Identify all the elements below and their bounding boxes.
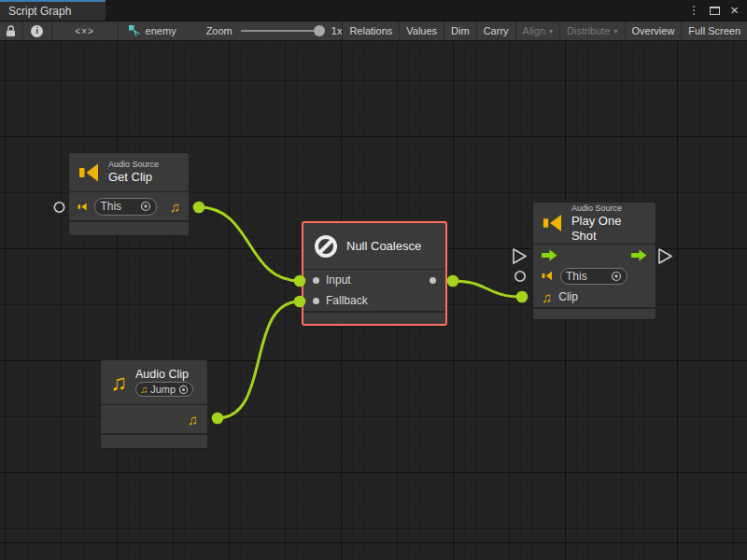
- maximize-icon[interactable]: [710, 7, 720, 15]
- node-title: Audio Clip: [135, 368, 193, 382]
- node-footer: [101, 433, 207, 448]
- node-subtitle: Audio Source: [571, 203, 646, 214]
- knob-nullcoalesce-output[interactable]: [447, 275, 459, 287]
- zoom-slider[interactable]: [241, 30, 323, 32]
- knob-getclip-output[interactable]: [193, 202, 205, 214]
- toolbar-buttons: Relations Values Dim Carry Align▾ Distri…: [342, 21, 747, 40]
- music-note-icon: ♫: [140, 385, 148, 395]
- object-picker-icon[interactable]: [140, 201, 151, 212]
- graph-canvas[interactable]: Audio Source Get Clip This: [0, 42, 747, 560]
- control-flow-row: [533, 245, 655, 265]
- tab-script-graph[interactable]: Script Graph: [0, 0, 106, 21]
- wire-getclip-to-input: [199, 207, 300, 281]
- object-picker-icon[interactable]: [178, 385, 189, 395]
- fallback-port-icon[interactable]: [313, 298, 319, 304]
- control-out-arrow-icon[interactable]: [631, 249, 647, 261]
- zoom-value: 1x: [331, 25, 343, 36]
- node-title: Null Coalesce: [346, 239, 421, 253]
- port-row-input: Input: [303, 270, 445, 290]
- this-field[interactable]: This: [560, 268, 627, 285]
- audio-source-icon: [78, 161, 101, 185]
- node-audio-clip[interactable]: ♫ Audio Clip ♫ Jump ♫: [100, 359, 208, 449]
- node-get-clip[interactable]: Audio Source Get Clip This: [68, 152, 190, 236]
- overview-button[interactable]: Overview: [625, 21, 682, 40]
- audio-source-icon: [543, 211, 564, 235]
- node-title: Get Clip: [108, 170, 159, 185]
- lock-button[interactable]: [0, 21, 23, 40]
- code-preview-button[interactable]: <×>: [52, 21, 119, 40]
- distribute-button: Distribute▾: [559, 21, 624, 40]
- output-port-row: ♫: [101, 405, 207, 433]
- full-screen-button[interactable]: Full Screen: [681, 21, 747, 40]
- output-port-icon[interactable]: [430, 277, 436, 284]
- node-header: Null Coalesce: [303, 223, 445, 269]
- window-controls: ⋮ ×: [688, 0, 747, 21]
- code-icon: <×>: [75, 26, 94, 36]
- control-in-arrow-icon[interactable]: [542, 249, 557, 261]
- node-footer: [303, 311, 445, 324]
- port-playoneshot-this[interactable]: [515, 272, 525, 281]
- audio-clip-field[interactable]: ♫ Jump: [135, 382, 193, 397]
- port-row-fallback: Fallback: [303, 290, 445, 311]
- node-header: ♫ Audio Clip ♫ Jump: [101, 360, 207, 404]
- dim-button[interactable]: Dim: [444, 21, 476, 40]
- this-field[interactable]: This: [94, 198, 156, 216]
- node-null-coalesce[interactable]: Null Coalesce Input Fallback: [302, 221, 447, 326]
- object-picker-icon[interactable]: [611, 271, 622, 282]
- info-icon: i: [31, 25, 43, 37]
- audio-clip-icon: ♫: [110, 371, 127, 394]
- info-button[interactable]: i: [23, 21, 52, 40]
- node-footer: [69, 220, 189, 235]
- null-coalesce-icon: [313, 233, 339, 259]
- titlebar: Script Graph ⋮ ×: [0, 0, 747, 21]
- node-footer: [533, 307, 655, 319]
- port-row-clip: ♫ Clip: [533, 287, 655, 307]
- lock-icon: [6, 25, 16, 37]
- node-header: Audio Source Play One Shot: [533, 203, 655, 244]
- align-button: Align▾: [515, 21, 559, 40]
- kebab-menu-icon[interactable]: ⋮: [688, 5, 699, 16]
- chevron-down-icon: ▾: [549, 27, 553, 35]
- values-button[interactable]: Values: [399, 21, 444, 40]
- port-row-this: This ♫: [69, 192, 189, 220]
- wire-output-to-clip: [453, 281, 522, 297]
- carry-button[interactable]: Carry: [476, 21, 515, 40]
- input-port-icon[interactable]: [313, 277, 319, 284]
- node-subtitle: Audio Source: [108, 160, 159, 170]
- music-note-icon: ♫: [188, 413, 198, 427]
- zoom-slider-handle[interactable]: [314, 25, 325, 36]
- music-note-icon: ♫: [170, 200, 180, 214]
- port-getclip-this[interactable]: [54, 203, 63, 212]
- node-play-one-shot[interactable]: Audio Source Play One Shot T: [532, 202, 656, 320]
- graph-toolbar: i <×> enemy Zoom 1x Relations Values Dim…: [0, 21, 747, 41]
- tab-title: Script Graph: [8, 5, 71, 18]
- relations-button[interactable]: Relations: [342, 21, 399, 40]
- port-row-this: This: [533, 265, 655, 287]
- zoom-label: Zoom: [206, 25, 233, 36]
- node-title: Play One Shot: [571, 214, 646, 243]
- port-playoneshot-control-out[interactable]: [659, 249, 671, 263]
- music-note-icon: ♫: [542, 290, 552, 304]
- node-header: Audio Source Get Clip: [69, 153, 189, 191]
- graph-icon: [128, 24, 141, 37]
- chevron-down-icon: ▾: [614, 27, 618, 35]
- close-icon[interactable]: ×: [730, 3, 739, 17]
- wire-audioclip-to-fallback: [218, 301, 300, 418]
- graph-breadcrumb: enemy: [119, 21, 186, 40]
- zoom-control: Zoom 1x: [206, 21, 343, 40]
- audio-source-icon: [78, 201, 88, 213]
- graph-name: enemy: [146, 25, 176, 36]
- audio-source-icon: [542, 270, 554, 282]
- knob-playoneshot-clip[interactable]: [516, 291, 529, 303]
- knob-audioclip-output[interactable]: [212, 413, 224, 425]
- port-playoneshot-control-in[interactable]: [514, 249, 526, 263]
